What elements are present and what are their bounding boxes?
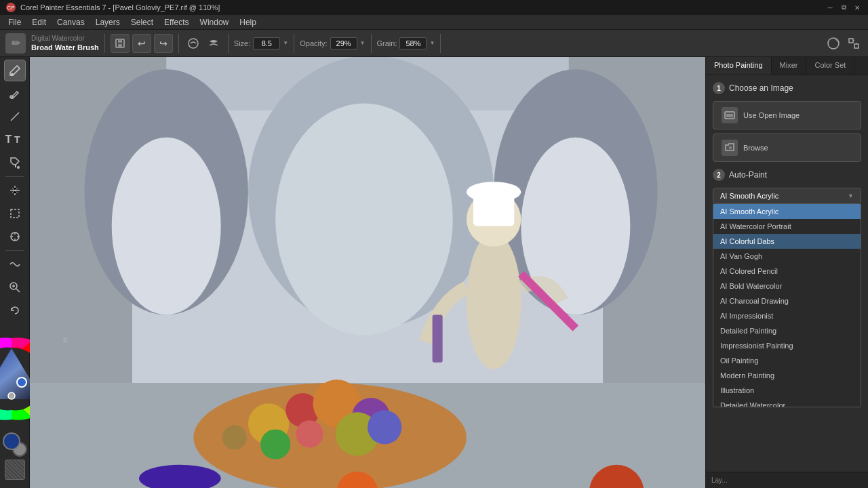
dropdown-item-12[interactable]: Illustration [713, 383, 861, 398]
undo-button[interactable]: ↩ [132, 34, 151, 53]
color-indicator[interactable] [17, 378, 26, 387]
browse-button[interactable]: Browse [713, 134, 861, 162]
size-dropdown-arrow[interactable]: ▼ [283, 40, 288, 46]
restore-button[interactable]: ⧉ [838, 2, 849, 13]
paint-bucket-tool[interactable] [4, 152, 26, 174]
blend-tool[interactable] [4, 253, 26, 275]
dropdown-item-13[interactable]: Detailed Watercolor [713, 398, 861, 407]
line-tool[interactable] [4, 106, 26, 127]
use-open-image-button[interactable]: Use Open Image [713, 101, 861, 129]
canvas-area [30, 57, 705, 488]
autopaint-dropdown-arrow: ▼ [848, 192, 854, 199]
grain-param: Grain: 58% ▼ [377, 37, 435, 49]
tab-mixer[interactable]: Mixer [772, 57, 807, 75]
color-menu-icon[interactable]: ≡ [62, 335, 67, 344]
svg-rect-56 [726, 114, 733, 117]
menu-help[interactable]: Help [234, 15, 262, 30]
size-value[interactable]: 8.5 [253, 37, 280, 49]
text-tool[interactable]: T T [4, 129, 26, 150]
dropdown-item-11[interactable]: Modern Painting [713, 368, 861, 383]
svg-rect-4 [118, 44, 122, 47]
menu-layers[interactable]: Layers [90, 15, 125, 30]
autopaint-dropdown-list: AI Smooth Acrylic AI Watercolor Portrait… [713, 204, 861, 407]
layer-label: Lay... [711, 476, 728, 484]
dropdown-item-0[interactable]: AI Smooth Acrylic [713, 204, 861, 219]
toolbar-separator-4 [294, 34, 294, 53]
titlebar: CP Corel Painter Essentials 7 - [Pavel G… [0, 0, 868, 15]
brush-tool[interactable] [4, 60, 26, 81]
grain-value[interactable]: 58% [399, 37, 427, 49]
autopaint-selected-value: AI Smooth Acrylic [720, 192, 778, 200]
save-button[interactable] [111, 34, 130, 53]
redo-button[interactable]: ↪ [154, 34, 173, 53]
dropdown-item-6[interactable]: AI Charcoal Drawing [713, 293, 861, 308]
dropdown-item-1[interactable]: AI Watercolor Portrait [713, 219, 861, 234]
titlebar-left: CP Corel Painter Essentials 7 - [Pavel G… [5, 2, 220, 13]
tab-color-set[interactable]: Color Set [806, 57, 854, 75]
main-content: T T [0, 57, 868, 488]
svg-line-21 [16, 289, 20, 292]
app-icon: CP [5, 2, 16, 13]
dropdown-item-4[interactable]: AI Colored Pencil [713, 264, 861, 279]
tab-photo-painting[interactable]: Photo Painting [706, 57, 772, 75]
svg-point-33 [112, 138, 221, 315]
svg-point-45 [368, 410, 401, 444]
transform-tool[interactable] [4, 180, 26, 201]
menu-select[interactable]: Select [125, 15, 159, 30]
svg-rect-14 [11, 209, 19, 218]
adjuster-tool[interactable] [4, 226, 26, 247]
browse-label: Browse [743, 144, 768, 152]
dropdown-item-7[interactable]: AI Impressionist [713, 308, 861, 323]
paper-texture-selector[interactable] [5, 460, 25, 480]
brush-category: Digital Watercolor [31, 34, 99, 43]
opacity-dropdown-arrow[interactable]: ▼ [360, 40, 366, 46]
right-tabs: Photo Painting Mixer Color Set [706, 57, 868, 75]
close-button[interactable]: ✕ [852, 2, 863, 13]
svg-text:CP: CP [7, 5, 14, 11]
titlebar-controls[interactable]: ─ ⧉ ✕ [825, 2, 863, 13]
rotate-tool[interactable] [4, 300, 26, 321]
canvas-size-button[interactable] [845, 35, 863, 52]
dropdown-item-9[interactable]: Impressionist Painting [713, 338, 861, 353]
layer-panel: Lay... [706, 472, 868, 488]
brush-controls-button[interactable] [205, 35, 222, 52]
svg-line-11 [11, 113, 19, 121]
section2-number: 2 [713, 169, 725, 181]
autopaint-dropdown[interactable]: AI Smooth Acrylic ▼ [713, 188, 861, 204]
grain-label: Grain: [377, 39, 397, 47]
zoom-tool[interactable] [4, 277, 26, 298]
selection-tool[interactable] [4, 203, 26, 224]
menu-effects[interactable]: Effects [159, 15, 194, 30]
minimize-button[interactable]: ─ [825, 2, 835, 13]
dropdown-item-2[interactable]: AI Colorful Dabs [713, 234, 861, 249]
dropdown-item-5[interactable]: AI Bold Watercolor [713, 279, 861, 293]
menu-edit[interactable]: Edit [26, 15, 52, 30]
opacity-label: Opacity: [300, 39, 327, 47]
section2-label: Auto-Paint [729, 170, 767, 180]
menu-file[interactable]: File [3, 15, 26, 30]
size-param: Size: 8.5 ▼ [234, 37, 288, 49]
autopaint-dropdown-container: AI Smooth Acrylic ▼ AI Smooth Acrylic AI… [713, 188, 861, 204]
dropdown-item-3[interactable]: AI Van Gogh [713, 249, 861, 264]
menu-window[interactable]: Window [195, 15, 235, 30]
color-secondary-indicator[interactable] [8, 392, 15, 399]
color-management-button[interactable] [825, 35, 842, 52]
toolbar-separator-2 [178, 34, 179, 53]
primary-color[interactable] [3, 432, 20, 450]
dropdown-item-8[interactable]: Detailed Painting [713, 323, 861, 338]
toolbar-separator-5 [371, 34, 372, 53]
opacity-value[interactable]: 29% [330, 37, 357, 49]
menu-canvas[interactable]: Canvas [52, 15, 90, 30]
toolbar: ✏ Digital Watercolor Broad Water Brush ↩… [0, 30, 868, 57]
brush-preview-icon: ✏ [5, 33, 26, 54]
menubar: File Edit Canvas Layers Select Effects W… [0, 15, 868, 30]
svg-point-5 [189, 39, 198, 48]
dropdown-item-10[interactable]: Oil Painting [713, 353, 861, 368]
svg-point-46 [222, 425, 247, 449]
left-tools-panel: T T [0, 57, 30, 488]
grain-dropdown-arrow[interactable]: ▼ [429, 40, 435, 46]
right-panel: Photo Painting Mixer Color Set 1 Choose … [705, 57, 868, 488]
color-swatches[interactable] [3, 432, 27, 457]
brush-options-button[interactable] [184, 35, 202, 52]
dropper-tool[interactable] [4, 83, 26, 104]
